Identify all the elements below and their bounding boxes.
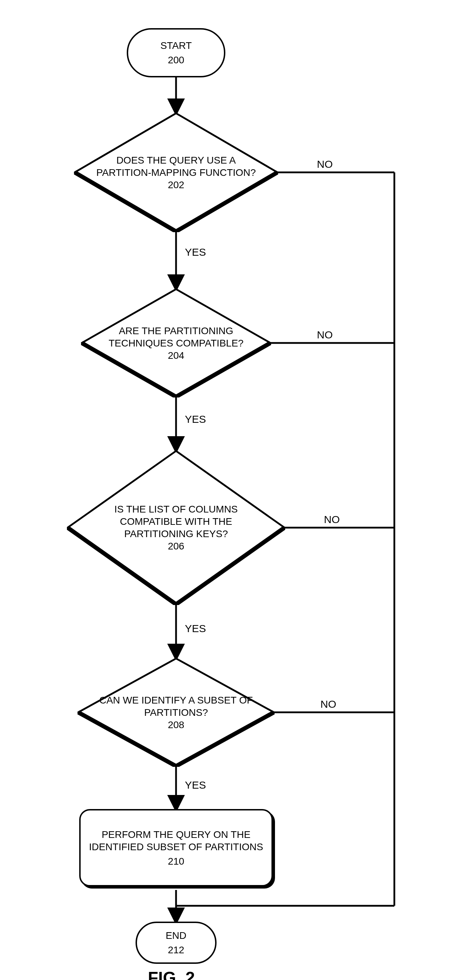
edge-no-204: NO (317, 329, 333, 341)
decision-208-ref: 208 (168, 719, 185, 731)
edge-yes-206: YES (185, 623, 206, 635)
decision-204: ARE THE PARTITIONING TECHNIQUES COMPATIB… (81, 288, 271, 398)
edge-yes-208: YES (185, 779, 206, 791)
end-ref: 212 (168, 944, 185, 956)
decision-202: DOES THE QUERY USE A PARTITION-MAPPING F… (74, 113, 278, 232)
process-210-label: PERFORM THE QUERY ON THE IDENTIFIED SUBS… (81, 828, 271, 853)
process-210-ref: 210 (168, 855, 185, 867)
decision-208-label: CAN WE IDENTIFY A SUBSET OF PARTITIONS? (99, 694, 254, 719)
start-ref: 200 (168, 54, 185, 66)
terminator-start: START 200 (127, 28, 225, 77)
decision-208: CAN WE IDENTIFY A SUBSET OF PARTITIONS? … (77, 658, 275, 767)
decision-206-ref: 206 (168, 540, 185, 552)
decision-206-label: IS THE LIST OF COLUMNS COMPATIBLE WITH T… (88, 503, 264, 540)
decision-202-ref: 202 (168, 179, 185, 191)
decision-202-label: DOES THE QUERY USE A PARTITION-MAPPING F… (95, 154, 257, 179)
edge-yes-204: YES (185, 413, 206, 425)
edge-no-206: NO (324, 514, 340, 525)
decision-206: IS THE LIST OF COLUMNS COMPATIBLE WITH T… (67, 450, 285, 605)
edge-yes-202: YES (185, 246, 206, 258)
edge-no-202: NO (317, 158, 333, 170)
figure-caption: FIG. 2 (148, 968, 195, 980)
edge-no-208: NO (320, 698, 336, 710)
terminator-end: END 212 (136, 922, 217, 964)
decision-204-ref: 204 (168, 349, 185, 362)
start-label: START (160, 40, 192, 52)
decision-204-label: ARE THE PARTITIONING TECHNIQUES COMPATIB… (102, 325, 250, 349)
end-label: END (166, 929, 186, 942)
process-210: PERFORM THE QUERY ON THE IDENTIFIED SUBS… (79, 809, 273, 886)
